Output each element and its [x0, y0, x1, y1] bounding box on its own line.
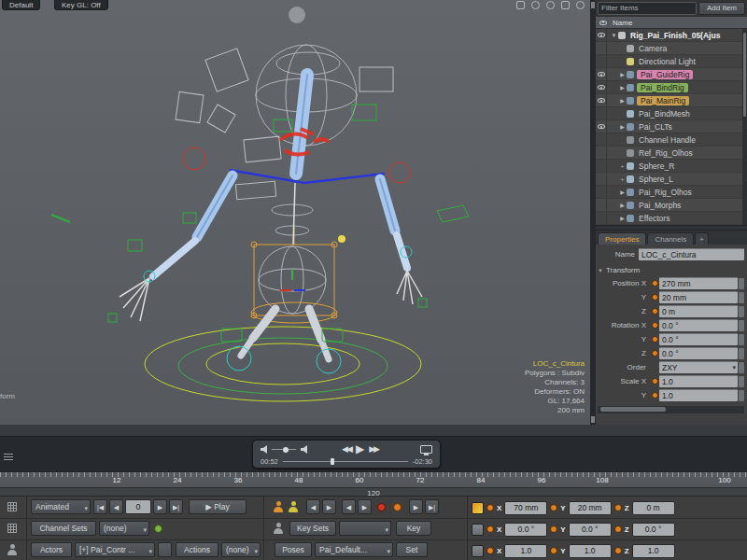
item-row[interactable]: Directional Light — [596, 55, 747, 68]
mini-slider-handle[interactable] — [739, 334, 744, 345]
axis-keyed-dot[interactable] — [614, 547, 622, 554]
mini-slider-handle[interactable] — [739, 278, 744, 289]
coord-value-field[interactable]: 70 mm — [504, 501, 547, 515]
visibility-eye-empty[interactable] — [596, 212, 607, 224]
expand-toggle-icon[interactable]: ▼ — [610, 33, 618, 38]
item-name-field[interactable]: LOC_c_Cintura — [639, 248, 744, 260]
axis-keyed-dot[interactable] — [486, 504, 494, 511]
go-to-start-button[interactable]: |◀ — [93, 499, 107, 514]
value-field[interactable]: 20 mm — [659, 291, 738, 303]
expand-toggle-icon[interactable]: ▶ — [618, 84, 627, 91]
prev-key-button[interactable]: ◀ — [306, 499, 320, 514]
axis-keyed-dot[interactable] — [550, 547, 557, 554]
expand-toggle-icon[interactable]: ▶ — [618, 202, 627, 208]
seek-knob[interactable] — [331, 458, 334, 465]
step-forward-button[interactable]: ▶ — [409, 499, 423, 514]
current-frame-field[interactable]: 0 — [125, 499, 151, 514]
channel-state-dot[interactable] — [652, 308, 658, 315]
axis-keyed-dot[interactable] — [614, 504, 622, 511]
splitter-handle[interactable] — [591, 2, 595, 8]
visibility-eye-icon[interactable] — [596, 29, 607, 41]
value-field[interactable]: 1.0 — [659, 375, 738, 387]
panel-options-icon[interactable] — [7, 502, 17, 511]
transform-section-header[interactable]: ▼ Transform — [598, 264, 744, 276]
mini-slider-handle[interactable] — [739, 390, 744, 401]
magnifier-icon[interactable] — [546, 1, 555, 9]
visibility-eye-icon[interactable] — [596, 68, 607, 80]
character-icon[interactable] — [288, 501, 299, 512]
actions-button[interactable]: Actions — [176, 542, 218, 557]
seek-slider[interactable] — [283, 461, 408, 462]
key-gl-button[interactable]: Key GL: Off — [54, 0, 108, 10]
viewport-3d[interactable]: Default Key GL: Off LOC_c_Cintura Polygo… — [0, 0, 590, 425]
set-pose-button[interactable]: Set — [396, 542, 428, 557]
grid-toggle-icon[interactable] — [561, 1, 570, 9]
visibility-eye-empty[interactable] — [596, 133, 607, 146]
channel-state-dot[interactable] — [652, 336, 658, 343]
value-field[interactable]: 0 m — [659, 305, 738, 317]
tab-channels[interactable]: Channels — [647, 232, 694, 245]
item-list-scrollbar[interactable] — [742, 29, 747, 225]
next-key-button[interactable]: ▶ — [322, 499, 336, 514]
mini-slider-handle[interactable] — [739, 306, 744, 317]
order-dropdown[interactable]: ZXY — [659, 361, 738, 373]
speaker-loud-icon[interactable] — [301, 445, 307, 454]
coord-value-field[interactable]: 0.0 ° — [569, 523, 612, 537]
visibility-eye-empty[interactable] — [596, 160, 607, 172]
channel-state-dot[interactable] — [652, 322, 658, 329]
channel-sets-button[interactable]: Channel Sets — [31, 521, 96, 536]
volume-slider[interactable] — [272, 449, 296, 450]
item-row[interactable]: Camera — [596, 42, 747, 55]
channel-sets-dropdown[interactable]: (none) — [99, 521, 149, 536]
rewind-button[interactable]: ◀◀ — [342, 443, 351, 455]
channel-state-dot[interactable] — [652, 392, 658, 399]
expand-toggle-icon[interactable]: + — [618, 176, 627, 182]
jump-end-button[interactable]: ▶| — [425, 499, 439, 514]
auto-key-button[interactable] — [393, 503, 402, 511]
snap-icon[interactable] — [516, 1, 525, 9]
visibility-eye-empty[interactable] — [596, 186, 607, 198]
expand-toggle-icon[interactable]: ▶ — [618, 97, 627, 104]
expand-toggle-icon[interactable]: + — [618, 163, 627, 169]
coord-value-field[interactable]: 1.0 — [504, 544, 547, 558]
item-row[interactable]: Pai_BindMesh — [596, 107, 747, 120]
expand-toggle-icon[interactable]: ▶ — [618, 215, 627, 221]
play-button-large[interactable]: ▶ Play — [189, 499, 247, 514]
clavicle-line[interactable] — [230, 170, 385, 183]
visibility-eye-empty[interactable] — [596, 107, 607, 119]
item-row[interactable]: ▶Pai_MainRig — [596, 94, 747, 107]
item-row[interactable]: ▶Pai_Rig_Olhos — [596, 186, 747, 199]
mini-slider-handle[interactable] — [739, 320, 744, 331]
record-button[interactable] — [377, 503, 386, 511]
expand-toggle-icon[interactable]: ▶ — [618, 71, 627, 77]
coord-value-field[interactable]: 0 m — [632, 501, 675, 515]
actor-icon[interactable] — [273, 501, 284, 512]
properties-scrollbar[interactable] — [598, 406, 744, 413]
axis-keyed-dot[interactable] — [614, 525, 622, 533]
item-row[interactable]: ▶Effectors — [596, 212, 747, 225]
key-button[interactable]: Key — [396, 521, 431, 536]
animated-dropdown[interactable]: Animated — [31, 499, 91, 514]
rig-top-handle[interactable] — [289, 7, 305, 23]
item-row[interactable]: ▶Pai_CLTs — [596, 120, 747, 133]
value-field[interactable]: 270 mm — [659, 277, 738, 289]
add-item-button[interactable]: Add Item — [698, 2, 745, 15]
prev-marker-button[interactable]: ◀ — [342, 499, 356, 514]
visibility-eye-icon[interactable] — [596, 94, 607, 106]
channel-group-swatch[interactable] — [472, 502, 484, 514]
ground-rings[interactable] — [145, 327, 421, 401]
axis-keyed-dot[interactable] — [550, 525, 557, 533]
display-output-icon[interactable] — [420, 445, 432, 454]
item-row[interactable]: Ref_Rig_Olhos — [596, 147, 747, 160]
visibility-eye-empty[interactable] — [596, 42, 607, 54]
visibility-eye-empty[interactable] — [596, 173, 607, 185]
visibility-eye-icon[interactable] — [596, 81, 607, 93]
coord-value-field[interactable]: 20 mm — [569, 501, 612, 515]
poses-button[interactable]: Poses — [275, 542, 312, 557]
timeline-ruler[interactable]: 120 1224364860728496108100 — [0, 471, 747, 496]
mini-slider-handle[interactable] — [739, 362, 744, 373]
panel-options-icon[interactable] — [7, 524, 17, 533]
viewport-mode-button[interactable]: Default — [2, 0, 40, 10]
channel-state-dot[interactable] — [652, 294, 658, 301]
coord-value-field[interactable]: 1.0 — [569, 544, 612, 558]
